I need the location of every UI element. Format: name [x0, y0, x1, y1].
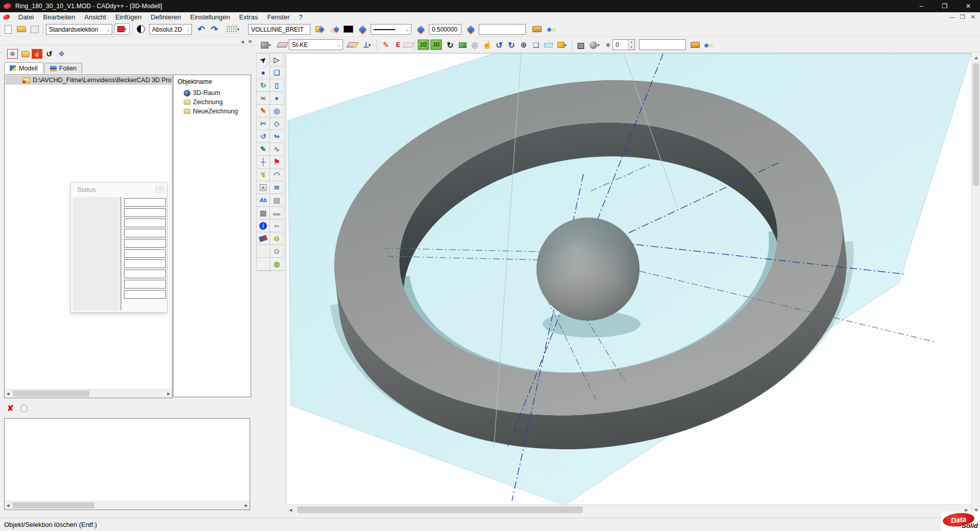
status-window-close-button[interactable]: ✕	[156, 185, 164, 193]
undo-icon[interactable]: ↶	[195, 23, 207, 35]
attribute-input[interactable]	[479, 24, 526, 35]
menu-fenster[interactable]: Fenster	[262, 12, 294, 22]
open-file-icon[interactable]	[15, 23, 28, 35]
tool-pencil-icon[interactable]: ✎	[257, 105, 270, 117]
tool-dimension-icon[interactable]: ≍	[257, 92, 270, 105]
zoom-window-icon[interactable]: ◎	[469, 39, 481, 51]
object-item-3d-raum[interactable]: 3D-Raum	[184, 88, 220, 98]
tool-lightning-icon[interactable]: ↯	[257, 168, 270, 181]
viewport-3d[interactable]	[286, 53, 971, 504]
scroll-right-icon[interactable]: ►	[166, 391, 171, 396]
assistant2-icon[interactable]: ☻☼	[702, 39, 715, 51]
shaded-view-icon[interactable]	[456, 39, 469, 51]
menu-hilfe[interactable]: ?	[294, 12, 307, 22]
tool-textured-box-icon[interactable]: ▤	[270, 194, 283, 207]
grid-settings-button[interactable]: ▾	[224, 23, 242, 35]
status-window-splitter[interactable]	[120, 197, 121, 310]
scroll-thumb[interactable]	[973, 63, 979, 186]
menu-ansicht[interactable]: Ansicht	[80, 12, 111, 22]
layer-folder-icon[interactable]	[313, 23, 326, 35]
tool-orbit-icon[interactable]: ↻	[257, 79, 270, 92]
tree-hscrollbar[interactable]: ◄ ►	[5, 389, 172, 398]
line-style-dropdown[interactable]: ⌄	[371, 24, 411, 35]
tool-bool-subtract-icon[interactable]: ⊖	[270, 232, 283, 245]
status-field[interactable]	[124, 280, 166, 288]
spin-up-icon[interactable]: ▲	[628, 40, 634, 45]
line-width-input[interactable]: 0.500000	[429, 24, 461, 35]
child-restore-button[interactable]: ❐	[958, 14, 968, 20]
tool-info-icon[interactable]: i	[257, 220, 270, 232]
tool-refresh-icon[interactable]: ↺	[257, 130, 270, 143]
tool-torus-solid-icon[interactable]: ◎	[270, 105, 283, 117]
object-item-zeichnung[interactable]: Zeichnung	[184, 98, 223, 107]
status-field[interactable]	[124, 239, 166, 248]
color-swatch-button[interactable]: ▾	[114, 23, 130, 35]
tool-prism-solid-icon[interactable]: ◇	[270, 117, 283, 130]
tool-slab-icon[interactable]: ▬	[270, 207, 283, 220]
tool-cylinder-solid-icon[interactable]: ▯	[270, 79, 283, 92]
tool-centerline-icon[interactable]: ┼	[257, 156, 270, 168]
tool-coil-icon[interactable]: ≋	[270, 181, 283, 194]
status-field[interactable]	[124, 198, 166, 207]
status-field[interactable]	[124, 259, 166, 268]
rotate-view-icon[interactable]: ↻	[444, 39, 456, 51]
status-field[interactable]	[124, 229, 166, 237]
tool-hatch-icon[interactable]: ▨	[257, 207, 270, 220]
assistant-icon[interactable]: ☻☼	[545, 23, 557, 35]
tool-bool-intersect-icon[interactable]: ⊙	[270, 245, 283, 258]
scroll-left-icon[interactable]: ◄	[288, 508, 293, 513]
view-name-input[interactable]	[639, 39, 686, 50]
tool-extrude-icon[interactable]: ↬	[270, 130, 283, 143]
restore-button[interactable]: ❐	[933, 0, 957, 12]
child-close-button[interactable]: ✕	[968, 14, 978, 20]
tool-bool-union-icon[interactable]: ∞	[270, 220, 283, 232]
panel-collapse-button[interactable]: ◂	[239, 38, 246, 45]
tab-modell[interactable]: Modell	[4, 62, 43, 74]
tab-folien[interactable]: Folien	[44, 63, 82, 74]
status-field[interactable]	[124, 270, 166, 278]
scroll-thumb[interactable]	[13, 502, 94, 509]
detail-spinner[interactable]: 0 ▲▼	[612, 39, 635, 50]
tool-eraser-icon[interactable]	[257, 232, 270, 245]
status-field[interactable]	[124, 208, 166, 217]
redo-icon[interactable]: ↷	[208, 23, 220, 35]
zoom-page-icon[interactable]: ❏	[530, 39, 542, 51]
zoom-in-icon[interactable]: ⊕	[518, 39, 530, 51]
tool-box-solid-icon[interactable]: ❑	[270, 66, 283, 79]
team-icon[interactable]: ✤	[56, 49, 67, 59]
scroll-left-icon[interactable]: ◄	[6, 391, 10, 396]
pen-color-swatch[interactable]	[342, 23, 354, 35]
fill-mode-icon[interactable]	[135, 23, 147, 35]
material-sphere-button[interactable]: ▾	[587, 39, 602, 51]
workplane-cube-button[interactable]: ▾	[258, 39, 274, 51]
tool-pencil-green-icon[interactable]: ✎	[257, 143, 270, 156]
object-item-neuezeichnung[interactable]: NeueZeichnung	[184, 107, 238, 116]
selection-hscrollbar[interactable]: ◄ ►	[5, 501, 250, 510]
status-field[interactable]	[124, 290, 166, 299]
scroll-up-icon[interactable]: ▲	[974, 55, 978, 60]
toolbox2-icon[interactable]	[689, 39, 701, 51]
linetype-layer-icon[interactable]	[356, 23, 369, 35]
tool-trim-icon[interactable]: ✂	[257, 117, 270, 130]
rotate-left-icon[interactable]: ↺	[493, 39, 505, 51]
view-3d-button[interactable]: 3D	[430, 39, 442, 50]
menu-datei[interactable]: Datei	[14, 12, 38, 22]
menu-extras[interactable]: Extras	[235, 12, 263, 22]
tool-label-icon[interactable]: A	[257, 181, 270, 194]
status-field[interactable]	[124, 219, 166, 227]
pale-plane-icon[interactable]	[402, 39, 414, 51]
clipboard-cylinder-icon[interactable]	[18, 403, 29, 413]
panel-mode-icon[interactable]	[7, 49, 18, 59]
panel-close-button[interactable]: ✕	[247, 38, 254, 45]
pan-hand-icon[interactable]: ☝	[481, 39, 493, 51]
coordinate-mode-dropdown[interactable]: Absolut 2D⌄	[149, 24, 192, 35]
scroll-thumb[interactable]	[13, 391, 89, 397]
selection-list[interactable]: ◄ ►	[4, 418, 250, 510]
toolbox-icon[interactable]	[531, 23, 543, 35]
object-list-panel[interactable]: Objektname 3D-Raum Zeichnung NeueZeichnu…	[173, 75, 251, 397]
menu-einstellungen[interactable]: Einstellungen	[185, 12, 234, 22]
clip-plane-icon[interactable]	[542, 39, 554, 51]
minimize-button[interactable]: –	[910, 0, 933, 12]
workplane-dropdown[interactable]: St-KE⌄	[289, 39, 343, 50]
selection-mode-dropdown[interactable]: Standardselektion⌄	[46, 24, 112, 35]
